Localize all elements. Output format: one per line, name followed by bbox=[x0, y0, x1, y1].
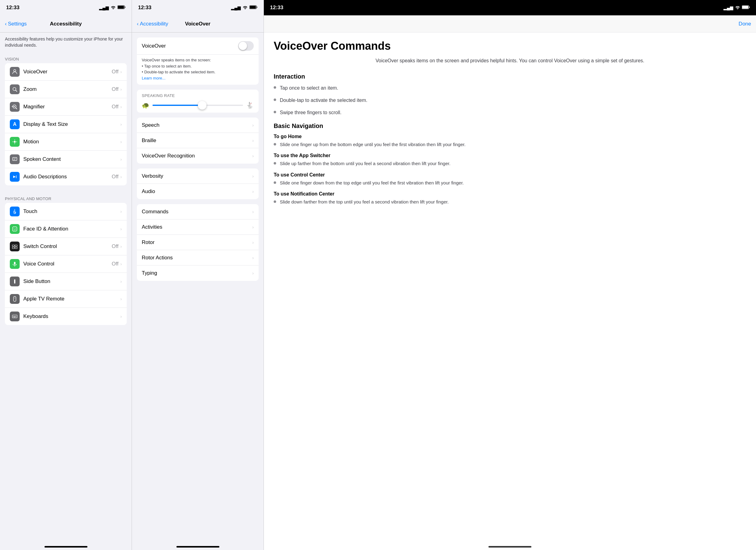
slider-fill bbox=[152, 105, 202, 106]
status-bar-2: 12:33 ▂▄▆ bbox=[132, 0, 264, 15]
svg-rect-28 bbox=[12, 315, 17, 318]
status-icons-1: ▂▄▆ bbox=[99, 5, 125, 10]
back-button-1[interactable]: ‹ Settings bbox=[5, 21, 27, 27]
nav-bar-1: ‹ Settings Accessibility bbox=[0, 15, 132, 33]
magnifier-chevron-icon: › bbox=[120, 104, 122, 109]
p2-row-rotor-actions[interactable]: Rotor Actions › bbox=[137, 250, 259, 265]
p2-row-rotor[interactable]: Rotor › bbox=[137, 235, 259, 250]
voiceover-toggle-switch[interactable] bbox=[238, 41, 254, 51]
svg-point-17 bbox=[14, 228, 14, 229]
rotor-actions-chevron-icon: › bbox=[252, 255, 254, 260]
back-label-2[interactable]: Accessibility bbox=[140, 21, 168, 27]
svg-point-10 bbox=[14, 141, 16, 143]
magnifier-icon bbox=[10, 102, 20, 112]
list-item-voiceover[interactable]: VoiceOver Off › bbox=[5, 63, 127, 81]
p2-row-verbosity[interactable]: Verbosity › bbox=[137, 168, 259, 184]
interaction-section-title: Interaction bbox=[274, 73, 746, 80]
list-item-display-text[interactable]: A Display & Text Size › bbox=[5, 116, 127, 133]
back-chevron-icon-2: ‹ bbox=[137, 21, 139, 27]
list-item-faceid[interactable]: Face ID & Attention › bbox=[5, 220, 127, 238]
voiceover-commands-panel: 12:33 ▂▄▆ Done VoiceOver Commands VoiceO… bbox=[264, 0, 756, 550]
voice-control-chevron-icon: › bbox=[120, 261, 122, 266]
p2-row-braille[interactable]: Braille › bbox=[137, 133, 259, 148]
side-button-chevron-icon: › bbox=[120, 279, 122, 284]
done-button[interactable]: Done bbox=[739, 21, 751, 27]
braille-label: Braille bbox=[142, 137, 252, 144]
list-item-audio-desc[interactable]: Audio Descriptions Off › bbox=[5, 168, 127, 185]
svg-rect-11 bbox=[13, 157, 17, 160]
back-label-1[interactable]: Settings bbox=[8, 21, 27, 27]
switch-control-label: Switch Control bbox=[23, 243, 112, 249]
keyboards-icon bbox=[10, 312, 20, 321]
slider-thumb[interactable] bbox=[198, 101, 206, 110]
rotor-chevron-icon: › bbox=[252, 240, 254, 245]
list-item-voice-control[interactable]: Voice Control Off › bbox=[5, 255, 127, 273]
list-item-magnifier[interactable]: Magnifier Off › bbox=[5, 98, 127, 116]
nav-item-app-switcher-title: To use the App Switcher bbox=[274, 153, 746, 158]
audio-chevron-icon: › bbox=[252, 189, 254, 194]
zoom-chevron-icon: › bbox=[120, 87, 122, 92]
basic-nav-section-title: Basic Navigation bbox=[274, 122, 746, 129]
p2-row-typing[interactable]: Typing › bbox=[137, 265, 259, 281]
voiceover-desc-title: VoiceOver speaks items on the screen: bbox=[142, 58, 211, 62]
svg-rect-16 bbox=[13, 227, 17, 231]
list-item-motion[interactable]: Motion › bbox=[5, 133, 127, 151]
voiceover-recognition-chevron-icon: › bbox=[252, 153, 254, 158]
voice-control-value: Off bbox=[112, 261, 118, 267]
switch-control-icon bbox=[10, 241, 20, 251]
signal-icon-2: ▂▄▆ bbox=[231, 5, 241, 10]
status-bar-1: 12:33 ▂▄▆ bbox=[0, 0, 132, 15]
nav-item-home-row: Slide one finger up from the bottom edge… bbox=[274, 141, 746, 148]
list-item-zoom[interactable]: Zoom Off › bbox=[5, 81, 127, 98]
list-item-touch[interactable]: Touch › bbox=[5, 203, 127, 220]
motion-icon bbox=[10, 137, 20, 147]
voiceover-desc-line2: • Double-tap to activate the selected it… bbox=[142, 70, 215, 74]
nav-item-control-center-row: Slide one finger down from the top edge … bbox=[274, 179, 746, 186]
svg-rect-21 bbox=[12, 247, 14, 248]
keyboards-label: Keyboards bbox=[23, 314, 120, 320]
p2-row-audio[interactable]: Audio › bbox=[137, 184, 259, 199]
list-item-keyboards[interactable]: Keyboards › bbox=[5, 308, 127, 325]
speaking-rate-slider-row: 🐢 🐇 bbox=[142, 102, 254, 109]
speaking-rate-section: SPEAKING RATE 🐢 🐇 bbox=[137, 90, 259, 113]
activities-chevron-icon: › bbox=[252, 225, 254, 229]
keyboards-chevron-icon: › bbox=[120, 314, 122, 319]
list-item-spoken-content[interactable]: Spoken Content › bbox=[5, 151, 127, 168]
p2-row-commands[interactable]: Commands › bbox=[137, 204, 259, 219]
nav-item-home: To go Home Slide one finger up from the … bbox=[274, 134, 746, 148]
interaction-text-1: Tap once to select an item. bbox=[280, 84, 338, 92]
battery-icon-2 bbox=[249, 5, 257, 10]
svg-rect-22 bbox=[15, 247, 17, 248]
p2-row-activities[interactable]: Activities › bbox=[137, 219, 259, 235]
interaction-text-2: Double-tap to activate the selected item… bbox=[280, 97, 368, 104]
list-item-side-button[interactable]: Side Button › bbox=[5, 273, 127, 291]
appletv-remote-chevron-icon: › bbox=[120, 297, 122, 302]
p2-row-speech[interactable]: Speech › bbox=[137, 117, 259, 133]
home-bar-2 bbox=[176, 546, 219, 548]
list-item-switch-control[interactable]: Switch Control Off › bbox=[5, 238, 127, 255]
interaction-item-2: Double-tap to activate the selected item… bbox=[274, 97, 746, 104]
voiceover-recognition-label: VoiceOver Recognition bbox=[142, 153, 252, 159]
rotor-label: Rotor bbox=[142, 239, 252, 245]
svg-rect-2 bbox=[125, 7, 125, 8]
zoom-label: Zoom bbox=[23, 86, 112, 92]
speaking-rate-slider[interactable] bbox=[152, 105, 243, 106]
p2-group-2: Verbosity › Audio › bbox=[137, 168, 259, 199]
appletv-remote-label: Apple TV Remote bbox=[23, 296, 120, 302]
side-button-icon bbox=[10, 277, 20, 287]
p2-row-voiceover-recognition[interactable]: VoiceOver Recognition › bbox=[137, 148, 259, 163]
toggle-knob bbox=[239, 42, 247, 50]
list-item-appletv-remote[interactable]: Apple TV Remote › bbox=[5, 291, 127, 308]
back-button-2[interactable]: ‹ Accessibility bbox=[137, 21, 168, 27]
voiceover-toggle-row[interactable]: VoiceOver bbox=[137, 37, 259, 55]
status-time-3: 12:33 bbox=[270, 5, 283, 11]
faceid-label: Face ID & Attention bbox=[23, 226, 120, 232]
learn-more-link[interactable]: Learn more... bbox=[142, 76, 165, 80]
vision-section-header: VISION bbox=[0, 52, 132, 63]
svg-rect-41 bbox=[749, 7, 750, 8]
svg-line-7 bbox=[16, 108, 17, 109]
bullet-app-switcher bbox=[274, 162, 276, 164]
magnifier-label: Magnifier bbox=[23, 104, 112, 110]
magnifier-value: Off bbox=[112, 104, 118, 110]
side-button-label: Side Button bbox=[23, 279, 120, 285]
